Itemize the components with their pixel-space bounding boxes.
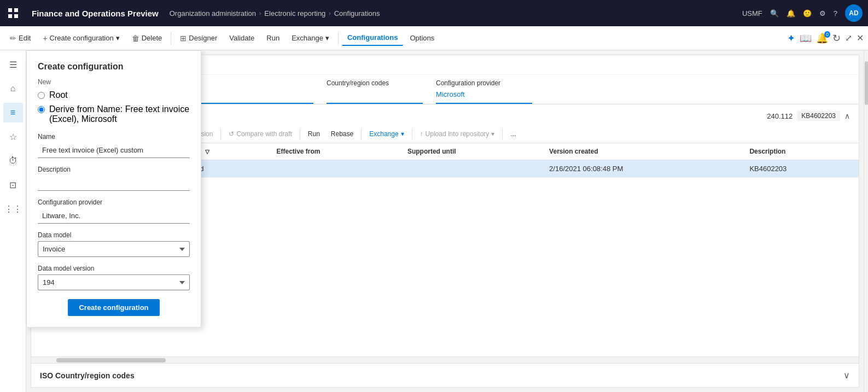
toolbar-right-icons: ✦ 📖 🔔0 ↻ ⤢ ✕ [787, 32, 864, 44]
configurations-button[interactable]: Configurations [342, 30, 403, 46]
toolbar-close-icon[interactable]: ✕ [857, 33, 864, 43]
config-country-value [327, 90, 423, 104]
svg-rect-0 [8, 8, 12, 12]
data-model-label: Data model [38, 231, 190, 239]
designer-button[interactable]: ⊞ Designer [174, 31, 223, 46]
entity-label: USMF [742, 9, 762, 17]
breadcrumb: Organization administration › Electronic… [170, 9, 738, 17]
cell-supported-until [401, 160, 543, 178]
new-label: New [38, 78, 190, 86]
delete-button[interactable]: 🗑 Delete [126, 31, 168, 46]
designer-icon: ⊞ [180, 34, 187, 43]
data-model-version-label: Data model version [38, 265, 190, 272]
col-supported-until: Supported until [401, 143, 543, 160]
sidebar-modules-icon[interactable]: ⋮⋮ [3, 199, 23, 219]
status-filter-icon[interactable]: ▽ [205, 149, 209, 155]
description-input[interactable] [38, 175, 190, 191]
scrollbar-thumb-v[interactable] [865, 61, 868, 105]
sidebar-list-icon[interactable]: ≡ [3, 103, 23, 122]
versions-collapse-button[interactable]: ∧ [844, 112, 850, 120]
top-nav-bar: Finance and Operations Preview Organizat… [0, 0, 868, 26]
sidebar-workspace-icon[interactable]: ⊡ [3, 175, 23, 195]
toolbar-refresh-icon[interactable]: ↻ [832, 32, 841, 44]
iso-title: ISO Country/region codes [40, 371, 135, 380]
edit-button[interactable]: ✏ Edit [4, 31, 36, 46]
ver-sep-3 [220, 128, 221, 139]
main-toolbar: ✏ Edit + Create configuration ▾ 🗑 Delete… [0, 26, 868, 50]
iso-section[interactable]: ISO Country/region codes ∨ [31, 363, 859, 387]
horizontal-scrollbar[interactable] [31, 356, 859, 363]
ver-sep-5 [361, 128, 362, 139]
smiley-icon[interactable]: 🙂 [803, 9, 812, 17]
edit-icon: ✏ [10, 34, 16, 43]
toolbar-fullscreen-icon[interactable]: ⤢ [845, 33, 852, 43]
rebase-button[interactable]: Rebase [327, 127, 358, 141]
radio-root-label: Root [49, 90, 68, 100]
validate-button[interactable]: Validate [224, 31, 260, 45]
sidebar-home-icon[interactable]: ⌂ [3, 79, 23, 98]
data-model-version-select[interactable]: 194 [38, 274, 190, 290]
breadcrumb-chevron-1: › [259, 10, 261, 16]
config-provider-field: Configuration provider Microsoft [436, 79, 545, 104]
create-configuration-submit-button[interactable]: Create configuration [68, 299, 159, 316]
run-button[interactable]: Run [261, 31, 285, 45]
radio-root-item[interactable]: Root [38, 90, 190, 100]
scrollbar-thumb-h[interactable] [56, 358, 166, 362]
sidebar-menu-icon[interactable]: ☰ [3, 55, 23, 74]
toolbar-notification-badge[interactable]: 🔔0 [816, 32, 828, 44]
ver-sep-7 [502, 128, 503, 139]
toolbar-star-icon[interactable]: ✦ [787, 32, 795, 44]
user-avatar[interactable]: AD [845, 4, 863, 22]
config-country-label: Country/region codes [327, 79, 423, 87]
upload-dropdown: ▾ [491, 130, 494, 138]
exchange-dropdown-icon: ▾ [325, 34, 329, 42]
svg-rect-1 [14, 8, 18, 12]
app-grid-icon[interactable] [5, 5, 21, 21]
cell-effective-from [270, 160, 401, 178]
main-layout: ☰ ⌂ ≡ ☆ ⏱ ⊡ ⋮⋮ Create configuration New … [0, 50, 868, 392]
left-sidebar: ☰ ⌂ ≡ ☆ ⏱ ⊡ ⋮⋮ [0, 50, 26, 392]
data-model-version-group: Data model version 194 [38, 265, 190, 290]
sidebar-favorites-icon[interactable]: ☆ [3, 127, 23, 147]
config-provider-link[interactable]: Microsoft [436, 90, 532, 104]
options-button[interactable]: Options [404, 31, 440, 45]
toolbar-book-icon[interactable]: 📖 [800, 32, 812, 44]
kb-number: KB4602203 [797, 111, 840, 121]
data-model-select[interactable]: Invoice [38, 241, 190, 257]
sidebar-recent-icon[interactable]: ⏱ [3, 151, 23, 171]
toolbar-sep-2 [338, 32, 339, 45]
radio-group: Root Derive from Name: Free text invoice… [38, 90, 190, 124]
radio-derive-item[interactable]: Derive from Name: Free text invoice (Exc… [38, 104, 190, 124]
iso-collapse-icon[interactable]: ∨ [843, 370, 850, 381]
breadcrumb-configs[interactable]: Configurations [334, 9, 380, 17]
config-provider-label: Configuration provider [38, 198, 190, 206]
settings-icon[interactable]: ⚙ [819, 9, 826, 17]
create-configuration-panel: Create configuration New Root Derive fro… [26, 50, 201, 327]
toolbar-sep-1 [171, 32, 171, 45]
description-label: Description [38, 166, 190, 173]
col-effective-from: Effective from [270, 143, 401, 160]
notification-icon[interactable]: 🔔 [787, 9, 795, 17]
versions-run-button[interactable]: Run [304, 127, 324, 141]
radio-derive[interactable] [38, 106, 45, 113]
config-provider-input[interactable] [38, 208, 190, 224]
upload-into-repository-button[interactable]: ↑ Upload into repository ▾ [416, 127, 499, 141]
breadcrumb-er[interactable]: Electronic reporting [264, 9, 325, 17]
versions-more-button[interactable]: ... [506, 127, 520, 141]
exchange-ver-dropdown: ▾ [401, 130, 404, 138]
create-configuration-button[interactable]: + Create configuration ▾ [37, 31, 125, 46]
name-label: Name [38, 133, 190, 141]
breadcrumb-org[interactable]: Organization administration [170, 9, 256, 17]
name-input[interactable] [38, 143, 190, 158]
exchange-button[interactable]: Exchange ▾ [286, 31, 335, 45]
search-icon[interactable]: 🔍 [770, 9, 779, 17]
name-group: Name [38, 133, 190, 158]
versions-exchange-button[interactable]: Exchange ▾ [365, 127, 408, 141]
svg-rect-3 [14, 14, 18, 18]
help-icon[interactable]: ? [834, 9, 837, 17]
compare-with-draft-button[interactable]: ↺ Compare with draft [224, 127, 296, 141]
version-number: 240.112 [767, 112, 793, 120]
plus-icon: + [43, 34, 47, 43]
radio-root[interactable] [38, 92, 45, 99]
vertical-scrollbar[interactable] [864, 50, 868, 392]
